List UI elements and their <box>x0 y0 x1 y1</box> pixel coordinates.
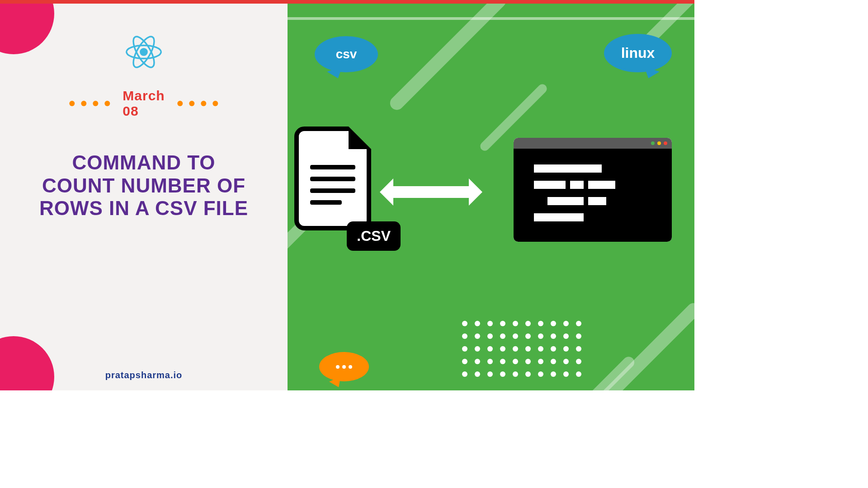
main-container: March 08 COMMAND TO COUNT NUMBER OF ROWS… <box>0 0 694 390</box>
top-accent-bar <box>0 0 694 4</box>
dots-right <box>178 101 218 106</box>
bidirectional-arrow-icon <box>392 178 471 206</box>
left-panel: March 08 COMMAND TO COUNT NUMBER OF ROWS… <box>0 0 288 390</box>
tag-bubble-linux: linux <box>604 34 672 72</box>
date-row: March 08 <box>69 88 218 119</box>
tag-linux-label: linux <box>621 45 655 61</box>
file-ext-badge: .CSV <box>347 221 401 251</box>
decorative-circle-top <box>0 0 54 54</box>
decorative-circle-bottom <box>0 336 54 390</box>
tag-csv-label: csv <box>336 47 357 61</box>
date-label: March 08 <box>123 88 165 119</box>
tag-bubble-csv: csv <box>315 36 378 72</box>
react-icon <box>126 34 162 72</box>
svg-point-0 <box>141 49 147 55</box>
csv-file-icon: .CSV <box>294 127 385 249</box>
page-title: COMMAND TO COUNT NUMBER OF ROWS IN A CSV… <box>35 151 252 220</box>
site-url: pratapsharma.io <box>105 370 183 380</box>
dots-left <box>69 101 110 106</box>
right-panel: csv linux .CSV <box>288 0 694 390</box>
terminal-icon <box>514 138 672 242</box>
dot-grid-decoration <box>462 321 581 377</box>
ellipsis-bubble <box>319 352 369 381</box>
